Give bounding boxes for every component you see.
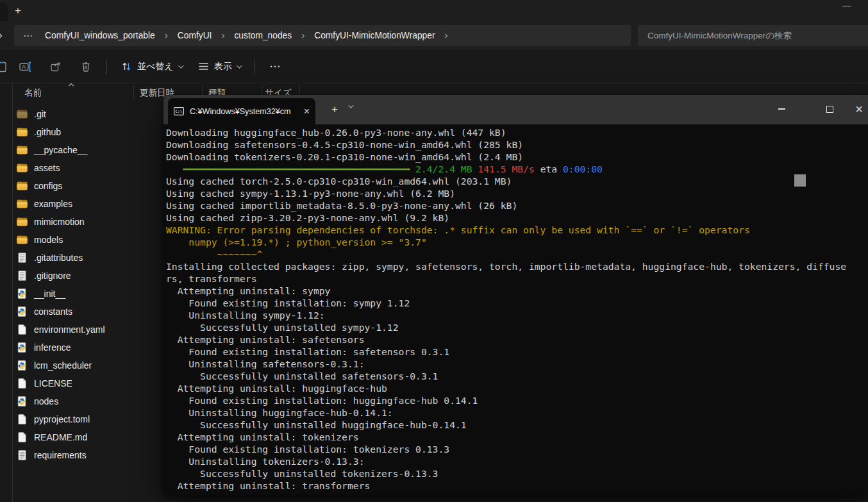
terminal-line: Found existing installation: safetensors… [166,346,868,358]
address-bar[interactable]: ⋯ ComfyUI_windows_portable›ComfyUI›custo… [14,25,631,46]
column-divider[interactable] [133,85,134,99]
more-options-icon: ⋯ [269,60,281,73]
view-icon [197,60,210,72]
file-name: mimicmotion [34,217,85,227]
terminal-titlebar[interactable]: C:\ C:¥Windows¥System32¥cmd.e × + × [163,95,868,124]
cmd-icon: C:\ [174,107,184,115]
file-row[interactable]: .gitattributes [13,249,163,267]
breadcrumb-overflow-icon[interactable]: ⋯ [23,30,33,42]
file-row[interactable]: pyproject.toml [13,410,163,428]
terminal-line: Successfully uninstalled sympy-1.12 [166,321,868,333]
sort-button[interactable]: 並べ替え [113,55,190,78]
file-row[interactable]: requirements [13,446,163,464]
breadcrumb-chevron-icon[interactable]: › [293,29,313,42]
file-row[interactable]: inference [13,339,163,356]
file-row[interactable]: configs [13,177,163,195]
terminal-line: Successfully uninstalled tokenizers-0.13… [166,467,868,480]
download-progress-line: ━━━━━━━━━━━━━━━━━━━━━━━━━━━━━━━━━━━━━━━━… [166,163,868,175]
breadcrumb-item[interactable]: ComfyUI-MimicMotionWrapper [313,29,436,42]
explorer-minimize-button[interactable] [833,0,865,20]
paste-button[interactable] [0,55,10,78]
file-name: requirements [34,450,87,460]
folder-icon [16,199,28,209]
delete-button[interactable] [71,55,101,78]
search-placeholder: ComfyUI-MimicMotionWrapperの検索 [647,30,792,42]
chevron-down-icon [237,63,242,68]
file-name: .git [34,109,46,119]
breadcrumb-chevron-icon[interactable]: › [437,29,456,42]
terminal-line: numpy (>=1.19.*) ; python_version >= "3.… [166,236,868,248]
file-name: README.md [34,432,87,442]
progress-eta-label: eta [535,163,563,174]
breadcrumb-chevron-icon[interactable]: › [156,29,176,42]
terminal-tab-dropdown-icon[interactable] [348,103,353,108]
file-icon [16,378,28,389]
breadcrumb-item[interactable]: ComfyUI [176,29,213,42]
progress-bar: ━━━━━━━━━━━━━━━━━━━━━━━━━━━━━━━━━━━━━━━━ [166,163,410,174]
file-name: constants [34,306,72,317]
column-header-name[interactable]: 名前 [24,87,42,99]
file-icon [16,432,28,442]
terminal-line: Downloading safetensors-0.4.5-cp310-none… [166,138,868,151]
breadcrumb-item[interactable]: custom_nodes [233,29,293,42]
file-row[interactable]: nodes [13,392,163,410]
rename-button[interactable]: A [10,55,40,78]
file-row[interactable]: .git [13,105,163,123]
sort-icon [121,60,133,72]
file-row[interactable]: assets [13,159,163,177]
progress-speed: 141.5 MB/s [472,163,535,174]
terminal-minimize-button[interactable] [767,95,796,123]
folder-icon [16,127,28,137]
terminal-close-button[interactable]: × [844,95,868,123]
file-row[interactable]: README.md [13,428,163,446]
file-row[interactable]: __init__ [13,285,163,303]
breadcrumb-chevron-icon[interactable]: › [213,29,233,42]
terminal-line: Downloading tokenizers-0.20.1-cp310-none… [166,151,868,163]
file-row[interactable]: lcm_scheduler [13,356,163,374]
folder-icon [16,217,28,227]
more-options-button[interactable]: ⋯ [260,55,290,78]
file-row[interactable]: __pycache__ [13,141,163,159]
file-name: LICENSE [34,378,72,389]
terminal-new-tab-button[interactable]: + [325,101,344,119]
terminal-line: Using cached importlib_metadata-8.5.0-py… [166,199,868,212]
view-button[interactable]: 表示 [190,55,248,78]
terminal-line: Attempting uninstall: safetensors [166,333,868,346]
file-row[interactable]: mimicmotion [13,213,163,231]
file-name: assets [34,163,60,173]
share-button[interactable] [40,55,71,78]
terminal-output[interactable]: Downloading huggingface_hub-0.26.0-py3-n… [163,124,868,495]
trash-icon [79,60,92,73]
file-row[interactable]: .gitignore [13,267,163,285]
python-file-icon [16,342,28,353]
file-row[interactable]: constants [13,303,163,321]
terminal-line: Uninstalling tokenizers-0.13.3: [166,455,868,467]
terminal-line: Using cached zipp-3.20.2-py3-none-any.wh… [166,212,868,224]
file-icon [16,324,28,335]
terminal-line: Attempting uninstall: huggingface-hub [166,382,868,394]
terminal-line: Found existing installation: tokenizers … [166,443,868,455]
file-name: pyproject.toml [34,414,90,424]
file-icon [16,414,28,424]
scrollbar-thumb[interactable] [794,174,806,187]
forward-chevron-icon[interactable]: › [0,29,3,42]
file-list: .git.github__pycache__assetsconfigsexamp… [13,105,163,464]
file-row[interactable]: LICENSE [13,374,163,392]
terminal-maximize-button[interactable] [815,95,844,123]
sort-ascending-icon [69,83,74,88]
tab-close-icon[interactable]: × [304,106,310,117]
file-name: __pycache__ [34,145,87,155]
search-box[interactable]: ComfyUI-MimicMotionWrapperの検索 [638,25,868,46]
breadcrumb-item[interactable]: ComfyUI_windows_portable [44,29,156,42]
file-row[interactable]: environment.yaml [13,321,163,339]
file-row[interactable]: examples [13,195,163,213]
file-row[interactable]: models [13,231,163,249]
explorer-toolbar: A [0,50,868,83]
terminal-tab[interactable]: C:\ C:¥Windows¥System32¥cmd.e × [168,98,315,124]
file-name: inference [34,342,71,353]
terminal-tab-title: C:¥Windows¥System32¥cmd.e [190,107,291,116]
explorer-new-tab-button[interactable]: + [10,3,26,19]
explorer-tab[interactable] [0,3,8,21]
paste-icon [0,60,8,73]
file-row[interactable]: .github [13,123,163,141]
